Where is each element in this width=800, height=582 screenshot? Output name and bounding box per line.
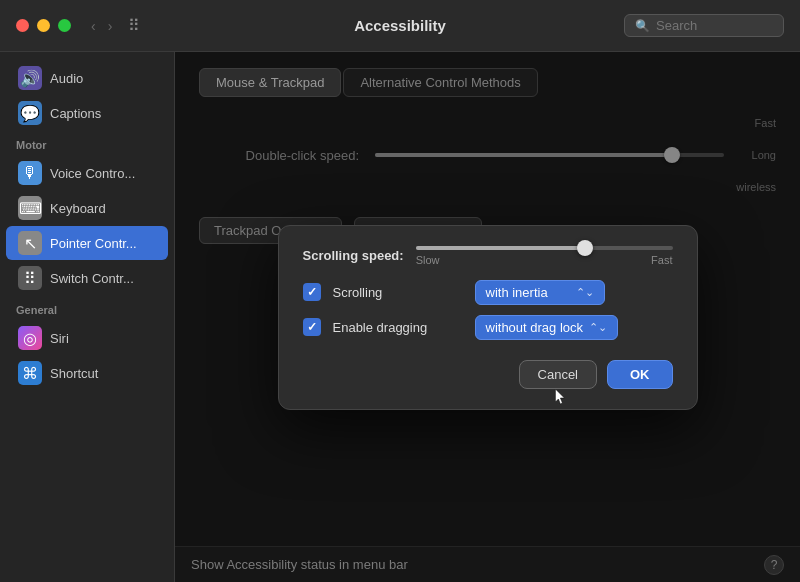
minimize-button[interactable] xyxy=(37,19,50,32)
titlebar: ‹ › ⠿ Accessibility 🔍 xyxy=(0,0,800,52)
speed-slider-area[interactable]: Slow Fast xyxy=(416,246,673,266)
forward-arrow-icon[interactable]: › xyxy=(104,16,117,36)
sidebar-item-voice[interactable]: 🎙 Voice Contro... xyxy=(6,156,168,190)
sidebar-item-keyboard[interactable]: ⌨ Keyboard xyxy=(6,191,168,225)
scrolling-dropdown-value: with inertia xyxy=(486,285,548,300)
sidebar-item-label: Shortcut xyxy=(50,366,98,381)
dragging-dropdown[interactable]: without drag lock ⌃⌄ xyxy=(475,315,619,340)
sidebar-item-siri[interactable]: ◎ Siri xyxy=(6,321,168,355)
shortcut-icon: ⌘ xyxy=(18,361,42,385)
general-section-label: General xyxy=(0,296,174,320)
scrolling-dropdown[interactable]: with inertia ⌃⌄ xyxy=(475,280,605,305)
dragging-option-row: ✓ Enable dragging without drag lock ⌃⌄ xyxy=(303,315,673,340)
nav-arrows: ‹ › xyxy=(87,16,116,36)
cancel-button[interactable]: Cancel xyxy=(519,360,597,389)
chevron-updown-icon: ⌃⌄ xyxy=(576,286,594,299)
pointer-icon: ↖ xyxy=(18,231,42,255)
slider-labels: Slow Fast xyxy=(416,254,673,266)
sidebar-item-label: Pointer Contr... xyxy=(50,236,137,251)
checkmark-icon: ✓ xyxy=(307,320,317,334)
search-box[interactable]: 🔍 xyxy=(624,14,784,37)
scrolling-label: Scrolling xyxy=(333,285,463,300)
fast-label: Fast xyxy=(651,254,672,266)
ok-button[interactable]: OK xyxy=(607,360,673,389)
main-layout: 🔊 Audio 💬 Captions Motor 🎙 Voice Contro.… xyxy=(0,52,800,582)
close-button[interactable] xyxy=(16,19,29,32)
sidebar-item-label: Switch Contr... xyxy=(50,271,134,286)
content-area: Mouse & Trackpad Alternative Control Met… xyxy=(175,52,800,582)
dragging-dropdown-value: without drag lock xyxy=(486,320,584,335)
sidebar-item-label: Keyboard xyxy=(50,201,106,216)
sidebar-item-label: Captions xyxy=(50,106,101,121)
search-input[interactable] xyxy=(656,18,773,33)
speed-slider-fill xyxy=(416,246,583,250)
speed-slider-thumb[interactable] xyxy=(577,240,593,256)
dragging-checkbox[interactable]: ✓ xyxy=(303,318,321,336)
voice-icon: 🎙 xyxy=(18,161,42,185)
fullscreen-button[interactable] xyxy=(58,19,71,32)
speed-slider-track xyxy=(416,246,673,250)
modal-overlay: Scrolling speed: Slow Fast xyxy=(175,52,800,582)
captions-icon: 💬 xyxy=(18,101,42,125)
window-title: Accessibility xyxy=(354,17,446,34)
traffic-lights xyxy=(16,19,71,32)
switch-icon: ⠿ xyxy=(18,266,42,290)
audio-icon: 🔊 xyxy=(18,66,42,90)
modal-dialog: Scrolling speed: Slow Fast xyxy=(278,225,698,410)
siri-icon: ◎ xyxy=(18,326,42,350)
modal-buttons: Cancel OK xyxy=(303,360,673,389)
sidebar-item-captions[interactable]: 💬 Captions xyxy=(6,96,168,130)
slow-label: Slow xyxy=(416,254,440,266)
chevron-updown-icon: ⌃⌄ xyxy=(589,321,607,334)
search-icon: 🔍 xyxy=(635,19,650,33)
sidebar-item-label: Audio xyxy=(50,71,83,86)
scrolling-checkbox[interactable]: ✓ xyxy=(303,283,321,301)
scrolling-speed-row: Scrolling speed: Slow Fast xyxy=(303,246,673,266)
sidebar-item-audio[interactable]: 🔊 Audio xyxy=(6,61,168,95)
speed-label: Scrolling speed: xyxy=(303,248,404,263)
scrolling-option-row: ✓ Scrolling with inertia ⌃⌄ xyxy=(303,280,673,305)
sidebar-item-switch[interactable]: ⠿ Switch Contr... xyxy=(6,261,168,295)
grid-icon: ⠿ xyxy=(128,16,140,35)
sidebar-item-label: Siri xyxy=(50,331,69,346)
sidebar-item-pointer[interactable]: ↖ Pointer Contr... xyxy=(6,226,168,260)
sidebar: 🔊 Audio 💬 Captions Motor 🎙 Voice Contro.… xyxy=(0,52,175,582)
motor-section-label: Motor xyxy=(0,131,174,155)
keyboard-icon: ⌨ xyxy=(18,196,42,220)
back-arrow-icon[interactable]: ‹ xyxy=(87,16,100,36)
sidebar-item-shortcut[interactable]: ⌘ Shortcut xyxy=(6,356,168,390)
checkmark-icon: ✓ xyxy=(307,285,317,299)
sidebar-item-label: Voice Contro... xyxy=(50,166,135,181)
dragging-label: Enable dragging xyxy=(333,320,463,335)
